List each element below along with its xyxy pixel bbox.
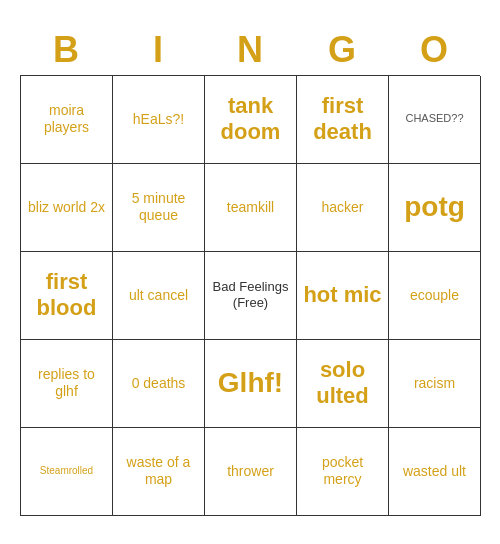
cell-17[interactable]: Glhf! — [205, 340, 297, 428]
cell-12-text: Bad Feelings (Free) — [209, 279, 292, 310]
cell-9-text: potg — [404, 190, 465, 224]
cell-13-text: hot mic — [303, 282, 381, 308]
cell-9[interactable]: potg — [389, 164, 481, 252]
cell-2-text: tank doom — [209, 93, 292, 146]
header-i: I — [114, 29, 202, 71]
bingo-header: B I N G O — [20, 29, 480, 71]
cell-7[interactable]: teamkill — [205, 164, 297, 252]
cell-20[interactable]: Steamrolled — [21, 428, 113, 516]
cell-4[interactable]: CHASED?? — [389, 76, 481, 164]
cell-4-text: CHASED?? — [405, 112, 463, 125]
cell-11[interactable]: ult cancel — [113, 252, 205, 340]
cell-1[interactable]: hEaLs?! — [113, 76, 205, 164]
cell-16[interactable]: 0 deaths — [113, 340, 205, 428]
cell-17-text: Glhf! — [218, 366, 283, 400]
cell-5-text: bliz world 2x — [28, 199, 105, 216]
cell-23[interactable]: pocket mercy — [297, 428, 389, 516]
cell-23-text: pocket mercy — [301, 454, 384, 488]
cell-13[interactable]: hot mic — [297, 252, 389, 340]
header-g: G — [298, 29, 386, 71]
cell-24-text: wasted ult — [403, 463, 466, 480]
cell-2[interactable]: tank doom — [205, 76, 297, 164]
bingo-card: B I N G O moira players hEaLs?! tank doo… — [10, 19, 490, 526]
cell-6[interactable]: 5 minute queue — [113, 164, 205, 252]
cell-21-text: waste of a map — [117, 454, 200, 488]
cell-8-text: hacker — [321, 199, 363, 216]
cell-8[interactable]: hacker — [297, 164, 389, 252]
cell-3[interactable]: first death — [297, 76, 389, 164]
cell-20-text: Steamrolled — [40, 465, 93, 477]
cell-10[interactable]: first blood — [21, 252, 113, 340]
cell-14[interactable]: ecouple — [389, 252, 481, 340]
cell-12[interactable]: Bad Feelings (Free) — [205, 252, 297, 340]
cell-22[interactable]: thrower — [205, 428, 297, 516]
cell-19[interactable]: racism — [389, 340, 481, 428]
cell-15[interactable]: replies to glhf — [21, 340, 113, 428]
cell-16-text: 0 deaths — [132, 375, 186, 392]
cell-1-text: hEaLs?! — [133, 111, 184, 128]
cell-21[interactable]: waste of a map — [113, 428, 205, 516]
cell-5[interactable]: bliz world 2x — [21, 164, 113, 252]
cell-3-text: first death — [301, 93, 384, 146]
bingo-grid: moira players hEaLs?! tank doom first de… — [20, 75, 480, 516]
cell-24[interactable]: wasted ult — [389, 428, 481, 516]
cell-18[interactable]: solo ulted — [297, 340, 389, 428]
cell-0-text: moira players — [25, 102, 108, 136]
cell-11-text: ult cancel — [129, 287, 188, 304]
cell-15-text: replies to glhf — [25, 366, 108, 400]
cell-14-text: ecouple — [410, 287, 459, 304]
cell-22-text: thrower — [227, 463, 274, 480]
header-n: N — [206, 29, 294, 71]
cell-0[interactable]: moira players — [21, 76, 113, 164]
cell-19-text: racism — [414, 375, 455, 392]
cell-10-text: first blood — [25, 269, 108, 322]
header-o: O — [390, 29, 478, 71]
cell-18-text: solo ulted — [301, 357, 384, 410]
cell-7-text: teamkill — [227, 199, 274, 216]
header-b: B — [22, 29, 110, 71]
cell-6-text: 5 minute queue — [117, 190, 200, 224]
